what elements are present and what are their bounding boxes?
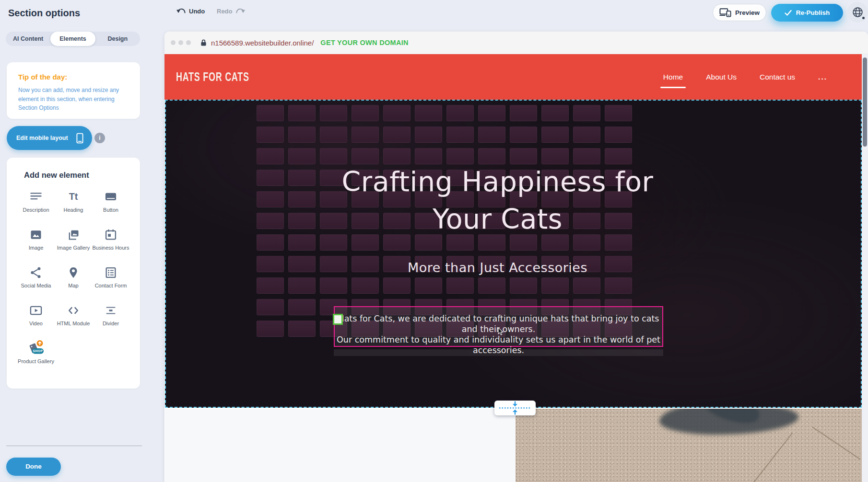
section-resize-handle[interactable] bbox=[494, 401, 536, 415]
text-element-selected[interactable]: Hats for Cats, we are dedicated to craft… bbox=[334, 306, 663, 347]
tip-title: Tip of the day: bbox=[18, 73, 129, 81]
nav-item-contact-us[interactable]: Contact us bbox=[759, 70, 796, 84]
hero-tile bbox=[605, 277, 632, 294]
add-element-business-hours[interactable]: Business Hours bbox=[92, 227, 129, 265]
site-logo[interactable]: HATS FOR CATS bbox=[176, 70, 249, 84]
hero-heading-line1: Crafting Happiness for bbox=[166, 163, 829, 200]
add-element-image-gallery[interactable]: Image Gallery bbox=[55, 227, 92, 265]
hero-tile bbox=[257, 321, 284, 337]
tile-grout-line bbox=[730, 433, 793, 482]
social-media-icon bbox=[29, 265, 43, 280]
hero-section-selected[interactable]: Crafting Happiness for Your Cats More th… bbox=[165, 100, 862, 408]
preview-button[interactable]: Preview bbox=[713, 4, 766, 21]
window-dot bbox=[178, 40, 183, 45]
add-element-label: Divider bbox=[103, 320, 119, 327]
add-element-label: Product Gallery bbox=[18, 358, 54, 365]
add-element-label: Button bbox=[103, 207, 118, 213]
site-preview-window: n1566589.websitebuilder.online/ GET YOUR… bbox=[164, 32, 868, 482]
add-element-title: Add new element bbox=[24, 171, 89, 180]
next-section-background bbox=[165, 409, 516, 482]
undo-button[interactable]: Undo bbox=[176, 8, 205, 15]
check-icon bbox=[785, 10, 792, 16]
undo-label: Undo bbox=[189, 8, 205, 15]
nav-item-home[interactable]: Home bbox=[662, 70, 684, 84]
redo-button[interactable]: Redo bbox=[217, 8, 245, 15]
republish-label: Re-Publish bbox=[796, 9, 830, 16]
add-element-html-module[interactable]: HTML Module bbox=[55, 303, 92, 341]
shop-badge: SHOP bbox=[33, 349, 43, 353]
hero-tile bbox=[288, 321, 316, 337]
add-element-label: Contact Form bbox=[95, 282, 127, 289]
hero-tile bbox=[415, 277, 442, 294]
add-element-video[interactable]: Video bbox=[17, 303, 55, 341]
undo-icon bbox=[176, 8, 186, 15]
edit-mobile-layout-label: Edit mobile layout bbox=[16, 135, 76, 141]
edit-mobile-layout-button[interactable]: Edit mobile layout bbox=[7, 126, 92, 150]
tab-design[interactable]: Design bbox=[95, 32, 140, 46]
add-element-label: Image Gallery bbox=[57, 244, 90, 251]
add-element-map[interactable]: Map bbox=[55, 265, 92, 303]
add-element-label: Description bbox=[23, 207, 49, 213]
nav-more-menu[interactable]: ... bbox=[817, 70, 828, 84]
mouse-cursor bbox=[498, 327, 504, 335]
app-root: Section options AI Content Elements Desi… bbox=[0, 0, 868, 482]
add-element-description[interactable]: Description bbox=[17, 189, 55, 227]
hero-content: Crafting Happiness for Your Cats More th… bbox=[166, 101, 829, 275]
site-header: HATS FOR CATS Home About Us Contact us .… bbox=[164, 54, 862, 100]
add-element-label: Social Media bbox=[21, 282, 51, 289]
republish-button[interactable]: Re-Publish bbox=[771, 4, 843, 22]
add-element-divider[interactable]: Divider bbox=[92, 303, 129, 341]
floor-image bbox=[516, 409, 862, 482]
hero-tile bbox=[288, 277, 316, 294]
preview-label: Preview bbox=[735, 9, 760, 16]
redo-icon bbox=[235, 8, 245, 15]
html-module-icon bbox=[67, 303, 80, 318]
scrollbar-thumb[interactable] bbox=[863, 57, 867, 147]
hero-tile bbox=[288, 299, 316, 315]
hero-tile bbox=[541, 277, 569, 294]
site-nav: Home About Us Contact us ... bbox=[662, 54, 828, 100]
hero-tile bbox=[446, 277, 474, 294]
devices-icon bbox=[719, 8, 731, 17]
add-element-button[interactable]: Button bbox=[92, 189, 129, 227]
add-element-label: Heading bbox=[64, 207, 83, 213]
add-element-label: Video bbox=[29, 320, 43, 327]
hero-tile bbox=[573, 277, 600, 294]
business-hours-icon bbox=[104, 227, 117, 242]
add-element-image[interactable]: Image bbox=[17, 227, 55, 265]
add-element-label: Image bbox=[29, 244, 44, 251]
language-globe-button[interactable] bbox=[847, 2, 868, 23]
hero-tile bbox=[257, 299, 284, 315]
tab-ai-content[interactable]: AI Content bbox=[6, 32, 50, 46]
get-your-own-domain-link[interactable]: GET YOUR OWN DOMAIN bbox=[320, 39, 408, 46]
add-element-grid: Description Tt Heading Button Image bbox=[17, 189, 129, 379]
tip-of-the-day-card: Tip of the day: Now you can add, move an… bbox=[7, 62, 140, 119]
done-button[interactable]: Done bbox=[6, 458, 61, 476]
tab-elements[interactable]: Elements bbox=[50, 32, 95, 46]
page-title: Section options bbox=[8, 8, 80, 19]
add-element-label: Map bbox=[68, 282, 78, 289]
divider-icon bbox=[104, 303, 117, 318]
add-element-product-gallery[interactable]: SHOP Product Gallery bbox=[17, 341, 55, 379]
drag-handle[interactable] bbox=[333, 314, 343, 325]
tile-grout-line bbox=[812, 427, 861, 460]
hero-tile bbox=[320, 277, 347, 294]
svg-text:Tt: Tt bbox=[69, 191, 78, 202]
product-gallery-icon: SHOP bbox=[26, 341, 46, 356]
notification-dot bbox=[861, 16, 866, 20]
video-icon bbox=[29, 303, 43, 318]
nav-item-about-us[interactable]: About Us bbox=[705, 70, 738, 84]
add-element-social-media[interactable]: Social Media bbox=[17, 265, 55, 303]
map-icon bbox=[67, 265, 80, 280]
add-element-contact-form[interactable]: Contact Form bbox=[92, 265, 129, 303]
hero-heading[interactable]: Crafting Happiness for Your Cats bbox=[166, 163, 829, 238]
site-url: n1566589.websitebuilder.online/ bbox=[211, 39, 314, 47]
image-gallery-icon bbox=[67, 227, 80, 242]
browser-chrome-bar: n1566589.websitebuilder.online/ GET YOUR… bbox=[164, 32, 868, 54]
info-icon[interactable]: i bbox=[94, 133, 105, 143]
heading-icon: Tt bbox=[67, 189, 80, 205]
window-dot bbox=[171, 40, 176, 45]
description-icon bbox=[29, 189, 43, 205]
hero-subheading[interactable]: More than Just Accessories bbox=[166, 260, 829, 275]
add-element-heading[interactable]: Tt Heading bbox=[55, 189, 92, 227]
